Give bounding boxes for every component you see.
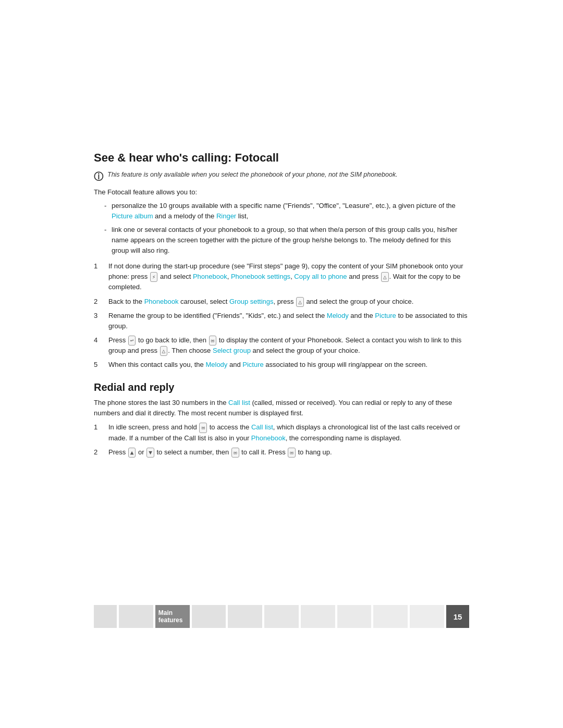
tab-3 (192, 605, 226, 628)
icon-hold: ✉ (199, 423, 207, 433)
icon-call: ✉ (231, 448, 239, 458)
link-copy-all[interactable]: Copy all to phone (294, 273, 347, 280)
section1-title: See & hear who's calling: Fotocall (94, 151, 469, 165)
step-1: 1 If not done during the start-up proced… (94, 261, 469, 292)
link-phonebook[interactable]: Phonebook (193, 273, 227, 280)
tab-page-number: 15 (446, 605, 469, 628)
link-picture2[interactable]: Picture (242, 361, 263, 368)
tab-4 (228, 605, 262, 628)
step-text-3: Rename the group to be identified ("Frie… (108, 311, 469, 331)
icon-display: ✉ (209, 336, 217, 346)
section2-intro: The phone stores the last 30 numbers in … (94, 398, 469, 418)
tab-7 (337, 605, 372, 628)
info-box: ⓘ This feature is only available when yo… (94, 170, 469, 183)
bullet-item-1: personalize the 10 groups available with… (104, 201, 469, 221)
step-3: 3 Rename the group to be identified ("Fr… (94, 311, 469, 331)
bullet-list: personalize the 10 groups available with… (104, 201, 469, 256)
link-phonebook3[interactable]: Phonebook (251, 434, 286, 442)
step2-2: 2 Press ▲ or ▼ to select a number, then … (94, 447, 469, 458)
icon-up: ▲ (128, 448, 136, 458)
step-text-4: Press ↩ to go back to idle, then ✉ to di… (108, 335, 469, 356)
link-ringer[interactable]: Ringer (216, 212, 236, 220)
tab-9 (410, 605, 444, 628)
step-num-5: 5 (94, 360, 101, 370)
bullet-item-2: link one or several contacts of your pho… (104, 225, 469, 256)
link-call-list[interactable]: Call list (228, 399, 250, 406)
footer-bar: Main features 15 (0, 605, 563, 628)
section1-steps: 1 If not done during the start-up proced… (94, 261, 469, 370)
tab-strip: Main features 15 (0, 605, 563, 628)
link-phonebook2[interactable]: Phonebook (144, 298, 179, 305)
icon-hangup: ✉ (288, 448, 296, 458)
link-melody2[interactable]: Melody (205, 361, 227, 368)
section2-title: Redial and reply (94, 381, 469, 393)
step-num-2: 2 (94, 297, 101, 307)
step-text-2: Back to the Phonebook carousel, select G… (108, 297, 469, 307)
step2-text-1: In idle screen, press and hold ✉ to acce… (108, 422, 469, 443)
link-picture-album[interactable]: Picture album (112, 212, 153, 220)
step-num-3: 3 (94, 311, 101, 321)
icon-back: ↩ (128, 336, 136, 346)
step-5: 5 When this contact calls you, the Melod… (94, 360, 469, 370)
tab-main-features: Main features (155, 605, 190, 628)
tab-main-features-label: Main features (155, 609, 190, 624)
link-select-group[interactable]: Select group (213, 347, 251, 354)
icon-ok3: △ (160, 346, 168, 356)
tab-1 (119, 605, 153, 628)
tab-8 (373, 605, 408, 628)
icon-ok2: △ (296, 297, 304, 307)
step-num-1: 1 (94, 261, 101, 272)
section1-intro: The Fotocall feature allows you to: (94, 187, 469, 198)
link-picture[interactable]: Picture (375, 312, 396, 319)
link-melody[interactable]: Melody (327, 312, 349, 319)
step-num-4: 4 (94, 335, 101, 346)
icon-menu: ⚡ (150, 272, 158, 282)
link-group-settings[interactable]: Group settings (229, 298, 274, 305)
step2-num-2: 2 (94, 447, 101, 458)
step2-1: 1 In idle screen, press and hold ✉ to ac… (94, 422, 469, 443)
icon-ok: △ (381, 272, 389, 282)
step-text-1: If not done during the start-up procedur… (108, 261, 469, 292)
page: See & hear who's calling: Fotocall ⓘ Thi… (0, 0, 563, 728)
tab-spacer-left (94, 605, 117, 628)
content-area: See & hear who's calling: Fotocall ⓘ Thi… (94, 0, 469, 503)
step-4: 4 Press ↩ to go back to idle, then ✉ to … (94, 335, 469, 356)
step-2: 2 Back to the Phonebook carousel, select… (94, 297, 469, 307)
step2-text-2: Press ▲ or ▼ to select a number, then ✉ … (108, 447, 469, 458)
link-call-list2[interactable]: Call list (251, 423, 273, 431)
step-text-5: When this contact calls you, the Melody … (108, 360, 469, 370)
tab-5 (264, 605, 299, 628)
page-number-label: 15 (454, 612, 462, 621)
step2-num-1: 1 (94, 422, 101, 433)
tab-6 (301, 605, 335, 628)
icon-down: ▼ (146, 448, 154, 458)
info-icon: ⓘ (94, 170, 103, 183)
info-note: This feature is only available when you … (107, 170, 398, 180)
link-phonebook-settings[interactable]: Phonebook settings (231, 273, 290, 280)
section2-steps: 1 In idle screen, press and hold ✉ to ac… (94, 422, 469, 457)
